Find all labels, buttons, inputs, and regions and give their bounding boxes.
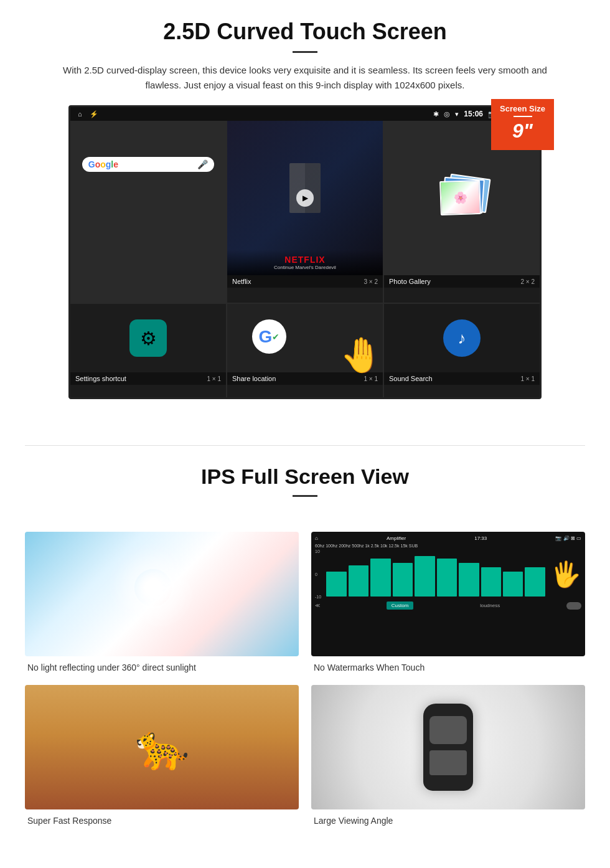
share-location-app-cell[interactable]: G ✔ 🤚 Share location 1 × 1 <box>227 304 383 397</box>
netflix-cell-content: ▶ NETFLIX Continue Marvel's Daredevil <box>227 121 383 275</box>
amp-icons: 📷 🔊 ⊠ ▭ <box>555 535 581 541</box>
cheetah-image-placeholder: 🐆 <box>25 685 299 809</box>
location-icon: ◎ <box>444 110 450 118</box>
device-container: Screen Size 9" ⌂ ⚡ ✱ ◎ ▾ 15:06 📷 🔊 ⊠ <box>68 105 542 399</box>
feature-image-grid: No light reflecting under 360° direct su… <box>0 519 610 832</box>
hand-touch-graphic: 🖐 <box>550 549 581 599</box>
settings-icon-wrapper: ⚙ <box>129 319 167 357</box>
google-logo: Google <box>88 159 118 169</box>
bluetooth-icon: ✱ <box>433 110 439 118</box>
no-reflection-item: No light reflecting under 360° direct su… <box>25 532 299 672</box>
cheetah-graphic: 🐆 <box>135 725 189 769</box>
sound-search-app-cell[interactable]: ♪ Sound Search 1 × 1 <box>384 304 540 397</box>
fast-response-item: 🐆 Super Fast Response <box>25 685 299 826</box>
section1-description: With 2.5D curved-display screen, this de… <box>50 63 560 93</box>
photo-gallery-label-name: Photo Gallery <box>389 278 431 285</box>
eq-bar-2 <box>349 565 368 597</box>
netflix-subtitle: Continue Marvel's Daredevil <box>232 265 378 270</box>
google-cell-content: Google 🎤 <box>70 121 226 208</box>
viewing-angle-caption: Large Viewing Angle <box>311 816 585 826</box>
no-watermarks-caption: No Watermarks When Touch <box>311 663 585 672</box>
status-bar: ⌂ ⚡ ✱ ◎ ▾ 15:06 📷 🔊 ⊠ ▭ <box>70 107 540 121</box>
section2-title: IPS Full Screen View <box>50 465 560 489</box>
screen-size-badge: Screen Size 9" <box>491 99 554 150</box>
eq-bar-9 <box>503 572 523 597</box>
status-time: 15:06 <box>464 110 483 118</box>
sound-search-app-label: Sound Search 1 × 1 <box>384 372 540 385</box>
maps-arrow-icon: ✔ <box>272 332 279 342</box>
share-location-label-size: 1 × 1 <box>364 375 378 382</box>
eq-bar-7 <box>459 563 479 597</box>
usb-icon: ⚡ <box>90 110 98 118</box>
eq-bar-4 <box>393 563 413 597</box>
cheetah-image: 🐆 <box>25 685 299 809</box>
google-search-bar[interactable]: Google 🎤 <box>82 157 215 172</box>
loudness-label: loudness <box>480 603 500 608</box>
netflix-app-cell[interactable]: ▶ NETFLIX Continue Marvel's Daredevil Ne… <box>227 121 383 303</box>
sky-image <box>25 532 299 656</box>
settings-gear-icon: ⚙ <box>140 328 157 349</box>
custom-btn: Custom <box>387 601 414 610</box>
badge-title: Screen Size <box>500 104 545 113</box>
eq-scale: 10 0 -10 <box>315 549 321 599</box>
settings-app-label: Settings shortcut 1 × 1 <box>70 372 226 385</box>
sound-cell-content: ♪ <box>384 304 540 372</box>
sky-image-placeholder <box>25 532 299 656</box>
amp-nav: ≪ <box>315 603 320 608</box>
netflix-label-name: Netflix <box>232 278 251 285</box>
toggle-switch <box>566 602 581 610</box>
status-left-icons: ⌂ ⚡ <box>78 110 98 118</box>
car-image-placeholder <box>311 685 585 809</box>
no-watermarks-item: ⌂ Amplifier 17:33 📷 🔊 ⊠ ▭ 60hz 100hz 200… <box>311 532 585 672</box>
wifi-icon: ▾ <box>455 110 459 118</box>
eq-bars <box>324 549 548 599</box>
settings-label-name: Settings shortcut <box>75 375 126 382</box>
photo-gallery-app-label: Photo Gallery 2 × 2 <box>384 275 540 288</box>
photo-card-3: 🌸 <box>439 180 481 215</box>
car-top-view-image <box>311 685 585 809</box>
sound-icon-wrapper: ♪ <box>443 319 481 357</box>
netflix-logo: NETFLIX <box>232 255 378 265</box>
netflix-label-size: 3 × 2 <box>364 278 378 285</box>
photo-gallery-label-size: 2 × 2 <box>520 278 535 285</box>
viewing-angle-item: Large Viewing Angle <box>311 685 585 826</box>
settings-app-cell[interactable]: ⚙ Settings shortcut 1 × 1 <box>70 304 226 397</box>
car-front-window <box>429 716 467 744</box>
amp-title: Amplifier <box>387 535 406 541</box>
microphone-icon: 🎤 <box>197 159 208 169</box>
badge-size: 9" <box>512 120 533 142</box>
netflix-app-label: Netflix 3 × 2 <box>227 275 383 288</box>
eq-bar-10 <box>525 567 545 597</box>
maps-g-letter: G <box>259 327 273 347</box>
car-rear-window <box>429 750 467 775</box>
fast-response-caption: Super Fast Response <box>25 816 299 826</box>
app-grid: Google 🎤 Google 3 × 1 <box>70 121 540 397</box>
hand-icon: 🤚 <box>340 335 383 375</box>
section1-title: 2.5D Curved Touch Screen <box>50 19 560 45</box>
badge-divider <box>514 116 532 117</box>
eq-bar-6 <box>437 559 457 597</box>
maps-cell-content: G ✔ 🤚 <box>227 304 383 372</box>
play-button[interactable]: ▶ <box>296 189 314 207</box>
amp-home-icon: ⌂ <box>315 535 318 541</box>
amp-header: ⌂ Amplifier 17:33 📷 🔊 ⊠ ▭ <box>315 535 581 541</box>
amp-time: 17:33 <box>474 535 487 541</box>
section2-divider <box>293 495 317 497</box>
share-location-label-name: Share location <box>232 375 276 382</box>
eq-labels: 60hz 100hz 200hz 500hz 1k 2.5k 10k 12.5k… <box>315 544 581 548</box>
ips-full-screen-section: IPS Full Screen View <box>0 446 610 519</box>
amplifier-screen: ⌂ Amplifier 17:33 📷 🔊 ⊠ ▭ 60hz 100hz 200… <box>311 532 585 656</box>
google-app-cell[interactable]: Google 🎤 Google 3 × 1 <box>70 121 226 208</box>
music-note-icon: ♪ <box>458 329 466 348</box>
curved-touch-screen-section: 2.5D Curved Touch Screen With 2.5D curve… <box>0 0 610 414</box>
no-reflection-caption: No light reflecting under 360° direct su… <box>25 663 299 672</box>
settings-label-size: 1 × 1 <box>207 375 221 382</box>
netflix-overlay: NETFLIX Continue Marvel's Daredevil <box>227 250 383 275</box>
eq-bar-1 <box>326 572 346 597</box>
home-icon: ⌂ <box>78 110 82 118</box>
eq-bar-3 <box>370 559 390 597</box>
eq-bar-8 <box>481 567 501 597</box>
amp-footer: ≪ Custom loudness <box>315 601 581 610</box>
car-graphic <box>423 704 473 791</box>
amp-image-placeholder: ⌂ Amplifier 17:33 📷 🔊 ⊠ ▭ 60hz 100hz 200… <box>311 532 585 656</box>
